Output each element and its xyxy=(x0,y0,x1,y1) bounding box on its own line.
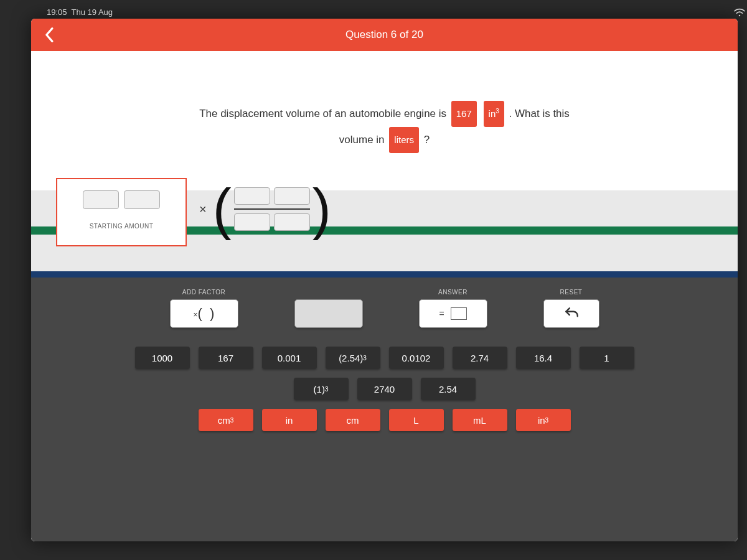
number-tile-1000[interactable]: 1000 xyxy=(135,347,190,369)
app-window: Question 6 of 20 The displacement volume… xyxy=(31,19,738,541)
tool-panel: ADD FACTOR ×( ) ANSWER = xyxy=(31,271,738,541)
denominator-value-slot[interactable] xyxy=(234,213,270,231)
question-text: The displacement volume of an automobile… xyxy=(31,51,738,178)
number-tile-0.0102[interactable]: 0.0102 xyxy=(389,347,444,369)
answer-button[interactable]: = xyxy=(419,299,487,328)
unit-tile-cm[interactable]: cm3 xyxy=(199,409,253,431)
equals-icon: = xyxy=(439,309,444,319)
unit-tile-in[interactable]: in xyxy=(262,409,317,431)
status-time: 19:05 xyxy=(47,7,67,17)
starting-amount-label: STARTING AMOUNT xyxy=(90,223,154,230)
status-bar: 19:05 Thu 19 Aug xyxy=(47,7,113,17)
conversion-factor: × ( ) xyxy=(199,181,331,237)
starting-unit-slot[interactable] xyxy=(124,190,160,209)
unit-tile-mL[interactable]: mL xyxy=(453,409,507,431)
numerator-value-slot[interactable] xyxy=(234,187,270,205)
fraction xyxy=(232,187,312,231)
add-factor-button[interactable]: ×( ) xyxy=(170,299,238,328)
content-area: The displacement volume of an automobile… xyxy=(31,51,738,541)
paren-open-icon: ( xyxy=(213,181,232,237)
back-button[interactable] xyxy=(37,19,62,51)
numerator-unit-slot[interactable] xyxy=(274,187,310,205)
reset-button[interactable] xyxy=(543,299,599,328)
number-tile-1[interactable]: 1 xyxy=(580,347,634,369)
header-bar: Question 6 of 20 xyxy=(31,19,738,51)
starting-amount-box[interactable]: STARTING AMOUNT xyxy=(56,178,187,246)
status-date: Thu 19 Aug xyxy=(72,7,113,17)
add-factor-label: ADD FACTOR xyxy=(182,289,225,296)
fraction-bar xyxy=(234,208,310,210)
number-tile-2.54[interactable]: (2.54)3 xyxy=(326,347,380,369)
multiply-icon: × xyxy=(199,202,207,217)
reset-label: RESET xyxy=(560,289,583,296)
number-tile-0.001[interactable]: 0.001 xyxy=(262,347,317,369)
tile-rows: 10001670.001(2.54)30.01022.7416.41 (1)32… xyxy=(50,347,719,431)
denominator-unit-slot[interactable] xyxy=(274,213,310,231)
undo-icon xyxy=(563,306,580,322)
chip-target: liters xyxy=(389,127,419,153)
paren-close-icon: ) xyxy=(312,181,331,237)
number-tile-2.54[interactable]: 2.54 xyxy=(421,378,476,400)
chip-value: 167 xyxy=(451,101,477,127)
answer-box-icon xyxy=(451,307,467,320)
starting-value-slot[interactable] xyxy=(83,190,119,209)
unit-tile-row: cm3incmLmLin3 xyxy=(199,409,571,431)
blank-tile-button[interactable] xyxy=(294,299,363,328)
number-tile-167[interactable]: 167 xyxy=(199,347,253,369)
number-tile-2.74[interactable]: 2.74 xyxy=(453,347,507,369)
page-title: Question 6 of 20 xyxy=(345,29,423,41)
number-tile-row-2: (1)327402.54 xyxy=(294,378,476,400)
unit-tile-L[interactable]: L xyxy=(389,409,444,431)
answer-label: ANSWER xyxy=(438,289,467,296)
unit-tile-in[interactable]: in3 xyxy=(516,409,571,431)
number-tile-1[interactable]: (1)3 xyxy=(294,378,349,400)
number-tile-2740[interactable]: 2740 xyxy=(357,378,412,400)
number-tile-row-1: 10001670.001(2.54)30.01022.7416.41 xyxy=(135,347,634,369)
work-strip: STARTING AMOUNT × ( ) xyxy=(31,190,738,271)
chip-unit: in3 xyxy=(484,101,504,127)
svg-point-0 xyxy=(739,15,741,17)
wifi-icon xyxy=(733,7,746,20)
unit-tile-cm[interactable]: cm xyxy=(326,409,380,431)
number-tile-16.4[interactable]: 16.4 xyxy=(516,347,571,369)
